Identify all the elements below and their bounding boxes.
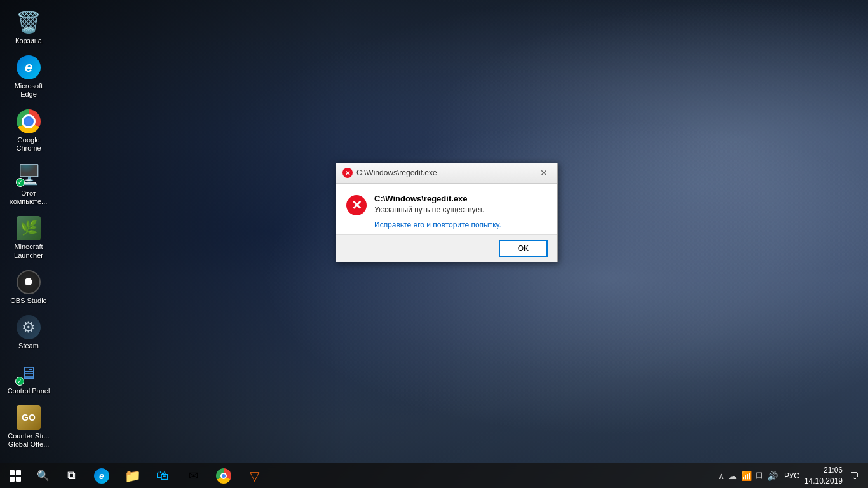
tray-volume-icon[interactable]: 🔊 bbox=[767, 471, 778, 481]
taskbar: 🔍 ⧉ e 📁 🛍 ✉ ▽ bbox=[0, 463, 868, 488]
dialog-error-icon: ✕ bbox=[346, 195, 367, 215]
desktop-icon-steam[interactable]: ⚙ Steam bbox=[3, 311, 54, 353]
control-check-icon: ✓ bbox=[15, 377, 24, 386]
desktop-icon-obs[interactable]: ⏺ OBS Studio bbox=[3, 266, 54, 308]
clock-time: 21:06 bbox=[804, 465, 843, 476]
dialog-ok-button[interactable]: OK bbox=[499, 240, 547, 257]
notifications-button[interactable]: 🗨 bbox=[845, 463, 863, 489]
taskbar-chrome-icon bbox=[216, 468, 231, 484]
obs-icon: ⏺ bbox=[16, 269, 41, 295]
task-view-icon: ⧉ bbox=[67, 469, 76, 482]
dialog-title-left: ✕ C:\Windows\regedit.exe bbox=[342, 168, 437, 178]
dialog-message-subtitle: Указанный путь не существует. bbox=[374, 205, 547, 214]
error-dialog: ✕ C:\Windows\regedit.exe ✕ ✕ C:\Windows\… bbox=[336, 163, 558, 262]
edge-icon: e bbox=[16, 55, 41, 80]
taskbar-mail-icon: ✉ bbox=[189, 469, 198, 483]
recycle-bin-label: Корзина bbox=[15, 37, 42, 45]
desktop: 🗑️ Корзина e Microsoft Edge Google Chrom… bbox=[0, 0, 868, 488]
taskbar-folder-icon: 📁 bbox=[125, 468, 140, 484]
taskbar-mail-button[interactable]: ✉ bbox=[178, 463, 208, 489]
taskbar-vmware-button[interactable]: ▽ bbox=[239, 463, 269, 489]
taskbar-store-icon: 🛍 bbox=[156, 468, 169, 483]
taskbar-edge-icon: e bbox=[94, 468, 109, 484]
chrome-icon bbox=[16, 109, 41, 134]
obs-label: OBS Studio bbox=[10, 297, 46, 305]
desktop-icon-control-panel[interactable]: 🖥 ✓ Control Panel bbox=[3, 356, 54, 398]
dialog-titlebar: ✕ C:\Windows\regedit.exe ✕ bbox=[336, 163, 557, 184]
control-panel-label: Control Panel bbox=[8, 387, 50, 395]
notifications-icon: 🗨 bbox=[850, 471, 858, 481]
start-button[interactable] bbox=[0, 463, 31, 489]
check-overlay-icon: ✓ bbox=[16, 178, 25, 187]
desktop-icon-csgo[interactable]: GO Counter-Str... Global Offe... bbox=[3, 402, 54, 452]
taskbar-search-button[interactable]: 🔍 bbox=[31, 463, 56, 489]
csgo-icon: GO bbox=[16, 405, 41, 430]
clock-date: 14.10.2019 bbox=[804, 476, 843, 487]
search-icon: 🔍 bbox=[37, 470, 50, 482]
steam-label: Steam bbox=[18, 342, 39, 350]
tray-network-icon[interactable]: ☁ bbox=[728, 471, 737, 481]
tray-expand-icon[interactable]: ∧ bbox=[718, 471, 724, 481]
taskbar-edge-button[interactable]: e bbox=[86, 463, 117, 489]
recycle-bin-icon: 🗑️ bbox=[16, 10, 41, 35]
dialog-message-area: C:\Windows\regedit.exe Указанный путь не… bbox=[374, 194, 547, 229]
taskbar-store-button[interactable]: 🛍 bbox=[147, 463, 178, 489]
control-panel-icon: 🖥 ✓ bbox=[16, 360, 41, 385]
minecraft-label: Minecraft Launcher bbox=[6, 243, 51, 259]
chrome-label: Google Chrome bbox=[6, 136, 51, 152]
dialog-message-hint: Исправьте его и повторите попытку. bbox=[374, 220, 547, 229]
system-tray: ∧ ☁ 📶 口 🔊 РУС bbox=[718, 470, 802, 481]
desktop-icon-computer[interactable]: 🖥️ ✓ Этот компьюте... bbox=[3, 159, 54, 209]
steam-icon: ⚙ bbox=[16, 315, 41, 340]
desktop-icon-chrome[interactable]: Google Chrome bbox=[3, 105, 54, 156]
dialog-message-title: C:\Windows\regedit.exe bbox=[374, 194, 547, 203]
dialog-body: ✕ C:\Windows\regedit.exe Указанный путь … bbox=[336, 184, 557, 234]
dialog-title-text: C:\Windows\regedit.exe bbox=[356, 168, 437, 177]
dialog-close-button[interactable]: ✕ bbox=[537, 166, 551, 180]
dialog-title-error-icon: ✕ bbox=[342, 168, 353, 178]
desktop-icon-edge[interactable]: e Microsoft Edge bbox=[3, 51, 54, 102]
language-indicator[interactable]: РУС bbox=[782, 471, 802, 480]
tray-language-select-icon[interactable]: 口 bbox=[756, 470, 763, 481]
desktop-icon-recycle-bin[interactable]: 🗑️ Корзина bbox=[3, 6, 54, 48]
taskbar-chrome-button[interactable] bbox=[208, 463, 239, 489]
taskbar-vmware-icon: ▽ bbox=[250, 468, 259, 484]
clock-button[interactable]: 21:06 14.10.2019 bbox=[804, 465, 843, 487]
windows-logo-icon bbox=[10, 470, 21, 482]
taskbar-task-view-button[interactable]: ⧉ bbox=[56, 463, 86, 489]
dialog-footer: OK bbox=[336, 234, 557, 262]
computer-icon: 🖥️ ✓ bbox=[16, 162, 41, 187]
desktop-icon-minecraft[interactable]: 🌿 Minecraft Launcher bbox=[3, 212, 54, 262]
taskbar-right-area: ∧ ☁ 📶 口 🔊 РУС 21:06 14.10.2019 🗨 bbox=[713, 463, 868, 489]
tray-network2-icon[interactable]: 📶 bbox=[741, 471, 752, 481]
desktop-icons-container: 🗑️ Корзина e Microsoft Edge Google Chrom… bbox=[3, 6, 54, 452]
edge-label: Microsoft Edge bbox=[6, 82, 51, 98]
taskbar-explorer-button[interactable]: 📁 bbox=[117, 463, 147, 489]
minecraft-icon: 🌿 bbox=[16, 215, 41, 241]
csgo-label: Counter-Str... Global Offe... bbox=[6, 432, 51, 449]
computer-label: Этот компьюте... bbox=[6, 189, 51, 206]
